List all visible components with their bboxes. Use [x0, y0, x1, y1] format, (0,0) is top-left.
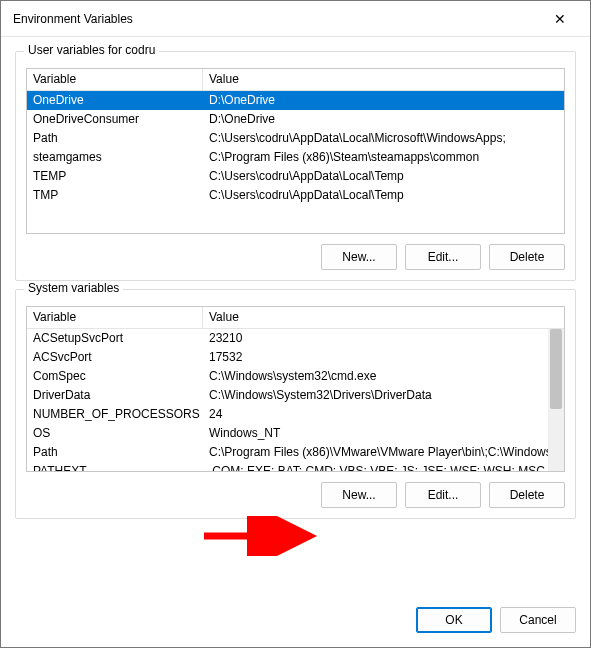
cell-value: C:\Program Files (x86)\VMware\VMware Pla…: [203, 443, 564, 462]
cell-value: C:\Program Files (x86)\Steam\steamapps\c…: [203, 148, 564, 167]
col-header-variable[interactable]: Variable: [27, 307, 203, 328]
user-buttons-row: New... Edit... Delete: [26, 244, 565, 270]
cell-variable: TMP: [27, 186, 203, 205]
col-header-value[interactable]: Value: [203, 307, 564, 328]
table-row[interactable]: Path C:\Program Files (x86)\VMware\VMwar…: [27, 443, 564, 462]
table-row[interactable]: ACSetupSvcPort 23210: [27, 329, 564, 348]
system-group-legend: System variables: [24, 281, 123, 295]
system-variables-group: System variables Variable Value ACSetupS…: [15, 289, 576, 519]
table-row[interactable]: PATHEXT .COM;.EXE;.BAT;.CMD;.VBS;.VBE;.J…: [27, 462, 564, 472]
user-group-legend: User variables for codru: [24, 43, 159, 57]
cell-variable: Path: [27, 443, 203, 462]
cell-value: D:\OneDrive: [203, 91, 564, 110]
system-new-button[interactable]: New...: [321, 482, 397, 508]
system-delete-button[interactable]: Delete: [489, 482, 565, 508]
table-row[interactable]: ComSpec C:\Windows\system32\cmd.exe: [27, 367, 564, 386]
user-variables-list[interactable]: Variable Value OneDrive D:\OneDrive OneD…: [26, 68, 565, 234]
system-edit-button[interactable]: Edit...: [405, 482, 481, 508]
system-buttons-row: New... Edit... Delete: [26, 482, 565, 508]
cell-variable: ComSpec: [27, 367, 203, 386]
dialog-footer: OK Cancel: [1, 597, 590, 647]
system-list-header: Variable Value: [27, 307, 564, 329]
cell-value: .COM;.EXE;.BAT;.CMD;.VBS;.VBE;.JS;.JSE;.…: [203, 462, 564, 472]
col-header-value[interactable]: Value: [203, 69, 564, 90]
cell-variable: PATHEXT: [27, 462, 203, 472]
col-header-variable[interactable]: Variable: [27, 69, 203, 90]
titlebar: Environment Variables ✕: [1, 1, 590, 37]
scrollbar-thumb[interactable]: [550, 329, 562, 409]
cell-variable: Path: [27, 129, 203, 148]
close-button[interactable]: ✕: [538, 4, 582, 34]
table-row[interactable]: NUMBER_OF_PROCESSORS 24: [27, 405, 564, 424]
cell-value: C:\Users\codru\AppData\Local\Microsoft\W…: [203, 129, 564, 148]
cell-value: 24: [203, 405, 564, 424]
cell-value: Windows_NT: [203, 424, 564, 443]
table-row[interactable]: OneDriveConsumer D:\OneDrive: [27, 110, 564, 129]
table-row[interactable]: Path C:\Users\codru\AppData\Local\Micros…: [27, 129, 564, 148]
user-delete-button[interactable]: Delete: [489, 244, 565, 270]
cell-variable: OneDriveConsumer: [27, 110, 203, 129]
table-row[interactable]: ACSvcPort 17532: [27, 348, 564, 367]
environment-variables-dialog: Environment Variables ✕ User variables f…: [0, 0, 591, 648]
cell-value: 23210: [203, 329, 564, 348]
cell-variable: OS: [27, 424, 203, 443]
cancel-button[interactable]: Cancel: [500, 607, 576, 633]
table-row[interactable]: OS Windows_NT: [27, 424, 564, 443]
dialog-body: User variables for codru Variable Value …: [1, 37, 590, 597]
system-variables-list[interactable]: Variable Value ACSetupSvcPort 23210 ACSv…: [26, 306, 565, 472]
cell-value: D:\OneDrive: [203, 110, 564, 129]
cell-variable: OneDrive: [27, 91, 203, 110]
cell-value: C:\Windows\System32\Drivers\DriverData: [203, 386, 564, 405]
table-row[interactable]: steamgames C:\Program Files (x86)\Steam\…: [27, 148, 564, 167]
vertical-scrollbar[interactable]: [548, 329, 564, 471]
table-row[interactable]: TMP C:\Users\codru\AppData\Local\Temp: [27, 186, 564, 205]
user-variables-group: User variables for codru Variable Value …: [15, 51, 576, 281]
cell-variable: ACSvcPort: [27, 348, 203, 367]
user-list-body: OneDrive D:\OneDrive OneDriveConsumer D:…: [27, 91, 564, 205]
dialog-title: Environment Variables: [13, 12, 538, 26]
table-row[interactable]: TEMP C:\Users\codru\AppData\Local\Temp: [27, 167, 564, 186]
table-row[interactable]: DriverData C:\Windows\System32\Drivers\D…: [27, 386, 564, 405]
cell-value: C:\Users\codru\AppData\Local\Temp: [203, 167, 564, 186]
cell-variable: NUMBER_OF_PROCESSORS: [27, 405, 203, 424]
user-list-header: Variable Value: [27, 69, 564, 91]
cell-variable: TEMP: [27, 167, 203, 186]
cell-value: C:\Users\codru\AppData\Local\Temp: [203, 186, 564, 205]
cell-variable: steamgames: [27, 148, 203, 167]
close-icon: ✕: [554, 11, 566, 27]
cell-variable: DriverData: [27, 386, 203, 405]
cell-value: 17532: [203, 348, 564, 367]
system-list-body: ACSetupSvcPort 23210 ACSvcPort 17532 Com…: [27, 329, 564, 472]
table-row[interactable]: OneDrive D:\OneDrive: [27, 91, 564, 110]
cell-value: C:\Windows\system32\cmd.exe: [203, 367, 564, 386]
user-edit-button[interactable]: Edit...: [405, 244, 481, 270]
ok-button[interactable]: OK: [416, 607, 492, 633]
cell-variable: ACSetupSvcPort: [27, 329, 203, 348]
user-new-button[interactable]: New...: [321, 244, 397, 270]
